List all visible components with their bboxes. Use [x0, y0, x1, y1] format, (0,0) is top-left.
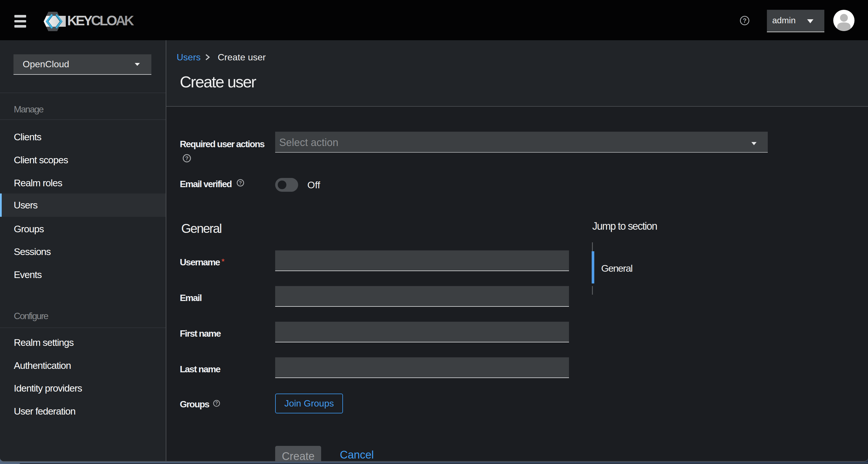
svg-text:?: ? [239, 180, 242, 186]
svg-text:?: ? [743, 17, 746, 24]
svg-text:?: ? [185, 155, 189, 161]
svg-text:?: ? [215, 401, 218, 406]
